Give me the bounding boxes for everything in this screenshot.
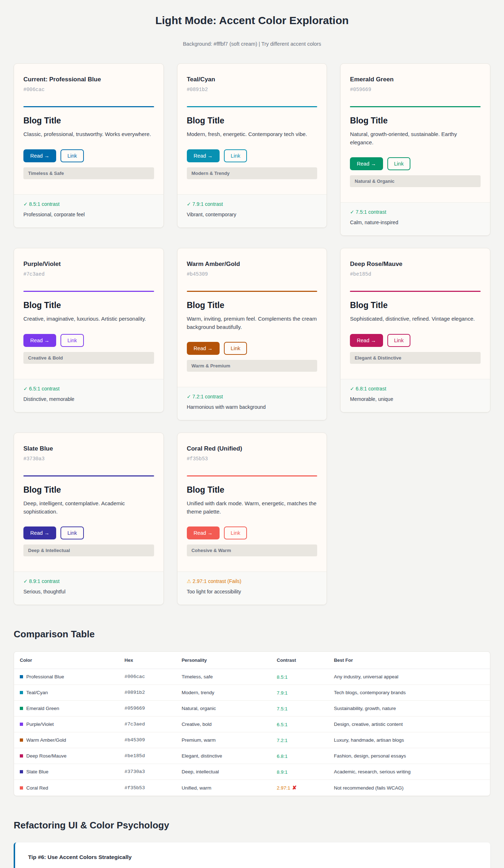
contrast-cell: 7.5:1: [271, 701, 328, 716]
comparison-table-heading: Comparison Table: [14, 629, 490, 640]
color-name: Emerald Green: [26, 706, 59, 711]
card-blog-title: Blog Title: [350, 300, 481, 310]
personality-cell: Natural, organic: [176, 701, 271, 716]
card-blog-title: Blog Title: [187, 116, 318, 126]
card-blog-title: Blog Title: [187, 485, 318, 495]
card-description: Classic, professional, trustworthy. Work…: [23, 130, 154, 139]
contrast-line: ✓ 7.2:1 contrast: [187, 394, 318, 399]
personality-badge: Creative & Bold: [23, 352, 154, 364]
card-footer: ✓ 7.9:1 contrast Vibrant, contemporary: [177, 194, 327, 227]
card-body: Warm Amber/Gold #b45309 Blog Title Warm,…: [177, 248, 327, 372]
column-header-contrast: Contrast: [271, 652, 328, 669]
hex-cell: #7c3aed: [119, 716, 176, 732]
button-row: Read → Link: [350, 334, 481, 347]
card-color-name: Slate Blue: [23, 445, 154, 452]
contrast-line: ✓ 8.9:1 contrast: [23, 578, 154, 584]
color-swatch-icon: [20, 675, 23, 678]
column-header-hex: Hex: [119, 652, 176, 669]
best-for-cell: Design, creative, artistic content: [328, 716, 490, 732]
table-row: Deep Rose/Mauve #be185d Elegant, distinc…: [14, 748, 490, 764]
card-hex-code: #be185d: [350, 271, 481, 277]
button-row: Read → Link: [23, 149, 154, 162]
hex-cell: #f35b53: [119, 780, 176, 796]
color-cell: Emerald Green: [14, 701, 119, 716]
accent-divider: [187, 475, 318, 476]
color-cell: Teal/Cyan: [14, 685, 119, 701]
tip-card: Tip #6: Use Accent Colors Strategically …: [14, 842, 490, 868]
read-button[interactable]: Read →: [350, 334, 383, 347]
check-icon: ✓: [23, 386, 28, 392]
table-row: Slate Blue #3730a3 Deep, intellectual 8.…: [14, 764, 490, 780]
best-for-cell: Luxury, handmade, artisan blogs: [328, 732, 490, 748]
personality-cell: Creative, bold: [176, 716, 271, 732]
card-body: Current: Professional Blue #006cac Blog …: [14, 64, 163, 179]
card-footer: ✓ 8.9:1 contrast Serious, thoughtful: [14, 571, 163, 605]
column-header-best-for: Best For: [328, 652, 490, 669]
tips-heading: Refactoring UI & Color Psychology: [14, 820, 490, 831]
link-button[interactable]: Link: [387, 157, 411, 170]
read-button[interactable]: Read →: [23, 334, 56, 347]
card-blog-title: Blog Title: [23, 300, 154, 310]
link-button[interactable]: Link: [60, 149, 84, 162]
table-row: Teal/Cyan #0891b2 Modern, trendy 7.9:1 T…: [14, 685, 490, 701]
button-row: Read → Link: [187, 526, 318, 539]
contrast-cell: 7.2:1: [271, 732, 328, 748]
hex-cell: #3730a3: [119, 764, 176, 780]
button-row: Read → Link: [187, 342, 318, 355]
color-name: Slate Blue: [26, 769, 49, 774]
contrast-cell: 6.5:1: [271, 716, 328, 732]
card-hex-code: #3730a3: [23, 456, 154, 462]
read-button[interactable]: Read →: [187, 342, 220, 355]
color-card: Current: Professional Blue #006cac Blog …: [14, 63, 164, 228]
button-row: Read → Link: [23, 334, 154, 347]
page-subtitle: Background: #fffbf7 (soft cream) | Try d…: [14, 41, 490, 47]
color-card: Teal/Cyan #0891b2 Blog Title Modern, fre…: [177, 63, 327, 228]
link-button[interactable]: Link: [224, 342, 247, 355]
link-button[interactable]: Link: [60, 334, 84, 347]
read-button[interactable]: Read →: [23, 526, 56, 539]
personality-badge: Timeless & Safe: [23, 167, 154, 179]
color-name: Warm Amber/Gold: [26, 737, 66, 743]
feel-text: Harmonious with warm background: [187, 404, 318, 410]
color-swatch-icon: [20, 754, 23, 758]
feel-text: Serious, thoughtful: [23, 589, 154, 595]
card-description: Unified with dark mode. Warm, energetic,…: [187, 499, 318, 516]
hex-cell: #006cac: [119, 669, 176, 685]
color-swatch-icon: [20, 786, 23, 790]
card-footer: ⚠ 2.97:1 contrast (Fails) Too light for …: [177, 571, 327, 605]
read-button[interactable]: Read →: [350, 157, 383, 170]
card-color-name: Current: Professional Blue: [23, 76, 154, 83]
read-button[interactable]: Read →: [187, 149, 220, 162]
link-button[interactable]: Link: [224, 149, 247, 162]
comparison-table-card: Color Hex Personality Contrast Best For …: [14, 651, 490, 796]
check-icon: ✓: [23, 201, 28, 207]
contrast-cell: 6.8:1: [271, 748, 328, 764]
card-description: Deep, intelligent, contemplative. Academ…: [23, 499, 154, 516]
feel-text: Distinctive, memorable: [23, 396, 154, 402]
link-button[interactable]: Link: [224, 526, 247, 539]
accent-divider: [350, 291, 481, 292]
contrast-value: 7.9:1: [277, 690, 288, 696]
color-name: Professional Blue: [26, 674, 64, 679]
contrast-value: 2.97:1: [277, 785, 291, 791]
color-cell: Purple/Violet: [14, 716, 119, 732]
card-description: Creative, imaginative, luxurious. Artist…: [23, 315, 154, 323]
card-footer: ✓ 7.5:1 contrast Calm, nature-inspired: [341, 202, 490, 235]
personality-badge: Deep & Intellectual: [23, 544, 154, 556]
contrast-value: 7.2:1: [277, 738, 288, 743]
hex-cell: #0891b2: [119, 685, 176, 701]
link-button[interactable]: Link: [387, 334, 411, 347]
card-blog-title: Blog Title: [187, 300, 318, 310]
read-button[interactable]: Read →: [23, 149, 56, 162]
read-button[interactable]: Read →: [187, 526, 220, 539]
personality-badge: Cohesive & Warm: [187, 544, 318, 556]
table-row: Coral Red #f35b53 Unified, warm 2.97:1✘ …: [14, 780, 490, 796]
best-for-cell: Not recommended (fails WCAG): [328, 780, 490, 796]
link-button[interactable]: Link: [60, 526, 84, 539]
color-name: Teal/Cyan: [26, 690, 48, 695]
card-description: Sophisticated, distinctive, refined. Vin…: [350, 315, 481, 323]
color-name: Coral Red: [26, 785, 48, 791]
card-color-name: Deep Rose/Mauve: [350, 261, 481, 268]
check-icon: ✓: [187, 201, 191, 207]
personality-badge: Warm & Premium: [187, 360, 318, 372]
